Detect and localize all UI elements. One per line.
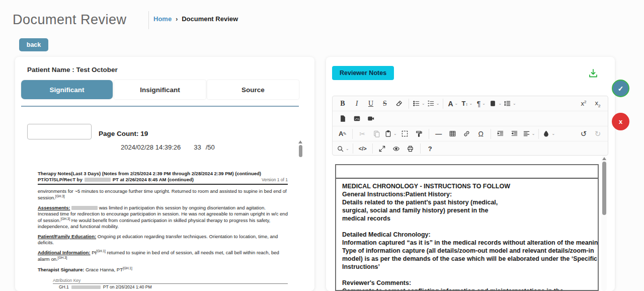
download-icon[interactable] bbox=[588, 68, 599, 79]
undo-button[interactable]: ↺ bbox=[578, 128, 590, 140]
paste-button[interactable]: ⌄ bbox=[384, 128, 397, 140]
scrollbar-thumb[interactable] bbox=[602, 162, 606, 215]
subscript-button[interactable]: x2 bbox=[592, 98, 604, 110]
select-all-icon bbox=[401, 130, 409, 137]
editor-content-area[interactable]: MEDICAL CHRONOLOGY - INSTRUCTIONS TO FOL… bbox=[335, 164, 599, 291]
help-icon: ? bbox=[428, 145, 432, 153]
underline-button[interactable]: U bbox=[365, 98, 377, 110]
link-button[interactable] bbox=[461, 128, 473, 140]
scrollbar-thumb[interactable] bbox=[299, 145, 302, 157]
eraser-icon bbox=[395, 100, 403, 107]
superscript-button[interactable]: x2 bbox=[578, 98, 590, 110]
significance-tabs: SignificantInsignificantSource bbox=[21, 80, 299, 99]
close-icon: x bbox=[619, 118, 622, 125]
attribution-key: Attribution Key GH.1PT on 2/26/2024 1:40… bbox=[38, 278, 288, 291]
chevron-down-icon: ⌄ bbox=[455, 101, 458, 106]
video-button[interactable] bbox=[365, 113, 377, 125]
bold-button[interactable]: B bbox=[337, 98, 349, 110]
editor-empty-row[interactable] bbox=[336, 165, 598, 179]
chevron-down-icon: ⌄ bbox=[532, 131, 535, 136]
list-ol-icon bbox=[427, 100, 435, 107]
reject-button[interactable]: x bbox=[612, 113, 629, 130]
bold-icon: B bbox=[340, 100, 345, 108]
code-button[interactable]: </> bbox=[357, 142, 369, 155]
underline-icon: U bbox=[368, 100, 373, 108]
outdent-button[interactable] bbox=[509, 128, 521, 140]
chevron-down-icon: ⌄ bbox=[482, 101, 486, 106]
editor-text[interactable]: MEDICAL CHRONOLOGY - INSTRUCTIONS TO FOL… bbox=[336, 179, 598, 291]
search-button[interactable]: ⌄ bbox=[337, 142, 349, 155]
tab-source[interactable]: Source bbox=[207, 80, 299, 99]
list-ul-button[interactable]: ⌄ bbox=[413, 98, 425, 110]
scroll-up-icon[interactable] bbox=[602, 157, 606, 160]
print-button[interactable] bbox=[405, 142, 417, 155]
reviewer-notes-button[interactable]: Reviewer Notes bbox=[332, 66, 394, 80]
hr-button[interactable]: — bbox=[433, 128, 445, 140]
back-button[interactable]: back bbox=[19, 38, 48, 51]
italic-button[interactable]: I bbox=[351, 98, 363, 110]
page-number-input[interactable] bbox=[27, 124, 92, 139]
toolbar-separator bbox=[352, 129, 353, 139]
toolbar-separator bbox=[538, 129, 539, 139]
approve-button[interactable]: ✓ bbox=[612, 80, 629, 97]
document-meta: 2024/02/28 14:39:26 33 /50 bbox=[121, 143, 215, 151]
strike-button[interactable]: S bbox=[379, 98, 391, 110]
tab-insignificant[interactable]: Insignificant bbox=[114, 80, 206, 99]
doc-version: Version 1 of 1 bbox=[262, 177, 288, 183]
omega-button[interactable]: Ω bbox=[475, 128, 487, 140]
hr-icon: — bbox=[435, 130, 442, 137]
line-height-button[interactable]: ⌄ bbox=[504, 98, 516, 110]
paint-button[interactable] bbox=[413, 128, 425, 140]
highlight-button[interactable]: ⌄ bbox=[489, 98, 502, 110]
document-scrollbar[interactable] bbox=[298, 140, 303, 291]
scanned-document: Therapy Notes(Last 3 Days) (Notes from 2… bbox=[38, 171, 288, 291]
image-icon bbox=[353, 115, 361, 122]
redacted-text bbox=[71, 206, 98, 210]
editor-line: Instructions’ bbox=[342, 263, 592, 271]
fullscreen-button[interactable] bbox=[376, 142, 388, 155]
cut-button: ✂ bbox=[356, 128, 368, 140]
eraser-button[interactable] bbox=[393, 98, 405, 110]
font-color-icon: A bbox=[448, 100, 453, 108]
page-count-label: Page Count: 19 bbox=[99, 130, 148, 137]
paint-icon bbox=[415, 130, 423, 137]
eye-button[interactable] bbox=[390, 142, 403, 155]
editor-scrollbar[interactable] bbox=[601, 156, 607, 291]
page-position: 33 bbox=[194, 143, 201, 151]
copy-button bbox=[370, 128, 382, 140]
doc-paragraph: Therapist Signature: Grace Hanna, PT[GH.… bbox=[38, 266, 288, 273]
doc-paragraph: Assessments: was limited in participatio… bbox=[38, 205, 288, 230]
font-color-button[interactable]: A⌄ bbox=[447, 98, 459, 110]
page-title: Document Review bbox=[13, 12, 127, 28]
editor-line: Type of information capture (all details… bbox=[342, 247, 592, 255]
list-ol-button[interactable]: ⌄ bbox=[427, 98, 440, 110]
line-height-icon bbox=[504, 100, 511, 107]
ink-button[interactable]: ⌄ bbox=[542, 128, 555, 140]
doc-paragraph: Additional Information: Pt[GH.1] returne… bbox=[38, 249, 288, 263]
editor-line: Reviewer's Comments: bbox=[342, 279, 592, 287]
strike-icon: S bbox=[383, 100, 387, 108]
file-button[interactable] bbox=[337, 113, 349, 125]
toolbar-separator bbox=[372, 143, 373, 154]
editor-line: General Instructions:Patient History: bbox=[342, 190, 592, 198]
tab-significant[interactable]: Significant bbox=[21, 80, 113, 99]
editor-line: Detailed Medical Chronology: bbox=[342, 231, 592, 239]
help-button[interactable]: ? bbox=[424, 142, 436, 155]
indent-button[interactable] bbox=[495, 128, 507, 140]
editor-line: model) is as per the demands of the case… bbox=[342, 255, 592, 263]
document-panel: Patient Name : Test October SignificantI… bbox=[15, 57, 314, 291]
breadcrumb-home-link[interactable]: Home bbox=[153, 15, 172, 23]
select-all-button[interactable] bbox=[399, 128, 411, 140]
eye-icon bbox=[392, 145, 400, 153]
table-button[interactable] bbox=[447, 128, 459, 140]
image-button[interactable] bbox=[351, 113, 363, 125]
paragraph-button[interactable]: ¶⌄ bbox=[475, 98, 487, 110]
align-button[interactable]: ⌄ bbox=[523, 128, 535, 140]
chevron-down-icon: ⌄ bbox=[393, 131, 397, 136]
reviewer-panel: Reviewer Notes BIUS⌄⌄A⌄T↕⌄¶⌄⌄⌄x2x2A✎✂⌄—Ω… bbox=[326, 57, 615, 291]
scroll-up-icon[interactable] bbox=[298, 140, 302, 143]
doc-paragraph: environments for ~5 minutes to encourage… bbox=[38, 188, 288, 201]
font-size-button[interactable]: T↕⌄ bbox=[461, 98, 473, 110]
redo-button: ↻ bbox=[592, 128, 604, 140]
font-pen-button[interactable]: A✎ bbox=[337, 128, 349, 140]
